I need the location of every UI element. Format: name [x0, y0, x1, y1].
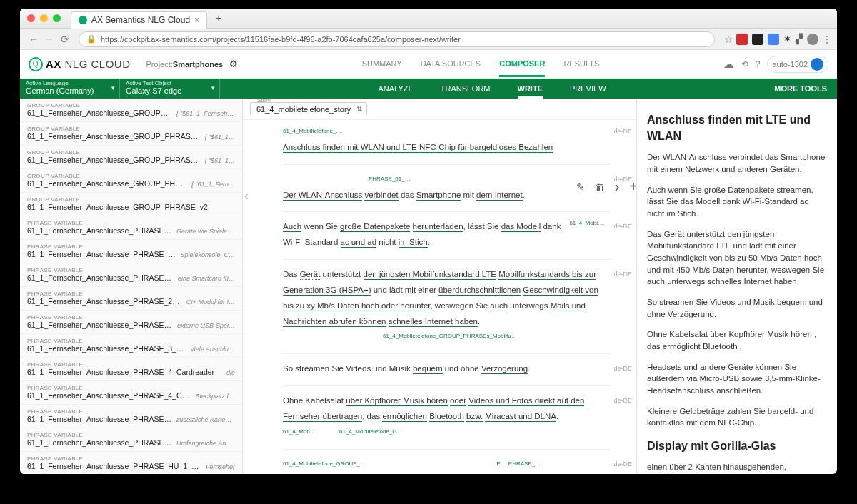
- preview-paragraph: Ohne Kabelsalat über Kopfhörer Musik hör…: [647, 328, 827, 352]
- back-button[interactable]: ←: [26, 34, 41, 45]
- favicon-icon: [79, 16, 87, 24]
- help-icon[interactable]: ?: [756, 59, 761, 69]
- sidebar-item[interactable]: PHRASE VARIABLE61_1_Fernseher_Anschluess…: [20, 428, 242, 452]
- sidebar-item-preview: Spielekonsole, C…: [180, 251, 235, 258]
- editor[interactable]: ‹ ✎ 🗑 › + de-DE 61_4_Mobiltelefone_… Ans…: [243, 120, 636, 474]
- url-bar: ← → ⟳ 🔒 https://cockpit.ax-semantics.com…: [20, 29, 837, 50]
- sidebar-item-category: PHRASE VARIABLE: [27, 455, 201, 462]
- minimize-window[interactable]: [40, 14, 48, 22]
- nav-summary[interactable]: SUMMARY: [362, 59, 402, 69]
- logo-text: NLG CLOUD: [61, 58, 131, 70]
- logo[interactable]: Q AX NLG CLOUD: [29, 57, 131, 71]
- sidebar-item-name: 61_1_Fernseher_Anschluesse_PHRASE_5_Alt_…: [27, 438, 172, 447]
- chevron-down-icon: ▾: [111, 84, 115, 91]
- preview-heading: Display mit Gorilla-Glas: [647, 438, 827, 454]
- extension-icon[interactable]: [736, 34, 748, 45]
- annotation: 61_4_Mobiltelefone_GROUP_…: [283, 460, 366, 467]
- subnav-analyze[interactable]: ANALYZE: [379, 84, 414, 93]
- sidebar-item[interactable]: GROUP VARIABLE61_1_Fernseher_Anschluesse…: [20, 146, 242, 169]
- extension-icon[interactable]: [752, 34, 763, 45]
- story-block[interactable]: de-DE 61_4_Mobiltelefone_GROUP_… P… PHRA…: [283, 457, 611, 474]
- sidebar-item-category: PHRASE VARIABLE: [27, 314, 173, 321]
- story-block[interactable]: de-DE PHRASE_61_… Der WLAN-Anschluss ver…: [283, 172, 611, 203]
- cloud-icon[interactable]: ☁: [723, 58, 734, 71]
- extension-icon[interactable]: ▞: [796, 34, 803, 44]
- sidebar-item[interactable]: GROUP VARIABLE61_1_Fernseher_Anschluesse…: [20, 169, 242, 193]
- sidebar-item[interactable]: PHRASE VARIABLE61_1_Fernseher_Anschluess…: [20, 405, 242, 428]
- tab-title: AX Semantics NLG Cloud: [91, 15, 190, 25]
- sidebar-item[interactable]: PHRASE VARIABLE61_1_Fernseher_Anschluess…: [20, 334, 242, 358]
- more-tools-button[interactable]: MORE TOOLS: [764, 84, 837, 93]
- preview-paragraph: Kleinere Geldbeträge zahlen Sie bargeld-…: [647, 405, 827, 429]
- language-value: German (Germany): [26, 86, 111, 96]
- test-object-selector[interactable]: Active Test Object Galaxy S7 edge ▾: [120, 79, 220, 99]
- browser-tab[interactable]: AX Semantics NLG Cloud ×: [71, 11, 207, 29]
- language-selector[interactable]: Active Language German (Germany) ▾: [20, 79, 120, 99]
- profile-icon[interactable]: [807, 34, 818, 45]
- sidebar-item-name: 61_1_Fernseher_Anschluesse_GROUP_PHRASE: [27, 109, 172, 117]
- menu-icon[interactable]: ⋮: [823, 34, 831, 44]
- subnav-transform[interactable]: TRANSFORM: [441, 84, 491, 93]
- lock-icon: 🔒: [86, 34, 96, 44]
- prev-page-icon[interactable]: ‹: [244, 188, 249, 203]
- sidebar[interactable]: GROUP VARIABLE61_1_Fernseher_Anschluesse…: [20, 99, 243, 474]
- story-selector[interactable]: 61_4_mobiletelefone_story: [250, 102, 367, 116]
- nav-composer[interactable]: COMPOSER: [499, 59, 545, 77]
- annotation: 61_4_Mob…: [283, 428, 316, 435]
- address-field[interactable]: 🔒 https://cockpit.ax-semantics.com/proje…: [79, 31, 715, 47]
- sidebar-item-preview: die: [226, 369, 235, 376]
- sidebar-item-name: 61_1_Fernseher_Anschluesse_PHRASE_5_Alt: [27, 415, 172, 423]
- sidebar-item-category: GROUP VARIABLE: [27, 149, 201, 156]
- story-block[interactable]: de-DE 61_4_Mobiltelefone_… Anschluss fin…: [283, 124, 611, 156]
- sidebar-item-preview: externe USB-Spei…: [177, 322, 235, 329]
- gear-icon[interactable]: ⚙: [229, 59, 238, 69]
- sidebar-item-preview: CI+ Modul für I…: [186, 298, 235, 306]
- new-tab-button[interactable]: +: [211, 12, 226, 25]
- sidebar-item[interactable]: PHRASE VARIABLE61_1_Fernseher_Anschluess…: [20, 311, 242, 334]
- top-nav: SUMMARY DATA SOURCES COMPOSER RESULTS: [362, 59, 600, 69]
- project-name: Smartphones: [173, 60, 223, 69]
- sidebar-item[interactable]: GROUP VARIABLE61_1_Fernseher_Anschluesse…: [20, 99, 242, 122]
- story-block[interactable]: de-DE Das Gerät unterstützt den jüngsten…: [283, 267, 611, 345]
- preview-paragraph: So streamen Sie Videos und Musik bequem …: [647, 296, 827, 320]
- sidebar-item-category: GROUP VARIABLE: [27, 173, 187, 179]
- subnav-preview[interactable]: PREVIEW: [570, 84, 606, 93]
- context-bar: Active Language German (Germany) ▾ Activ…: [20, 79, 837, 99]
- sidebar-item[interactable]: PHRASE VARIABLE61_1_Fernseher_Anschluess…: [20, 287, 242, 311]
- project-indicator[interactable]: Project:Smartphones ⚙: [146, 59, 239, 69]
- subnav-write[interactable]: WRITE: [518, 84, 543, 99]
- maximize-window[interactable]: [53, 14, 61, 22]
- sidebar-item[interactable]: PHRASE VARIABLE61_1_Fernseher_Anschluess…: [20, 263, 242, 287]
- extension-icon[interactable]: ✶: [783, 34, 791, 44]
- extension-icon[interactable]: [768, 34, 779, 45]
- reload-button[interactable]: ⟳: [57, 34, 73, 45]
- sidebar-item-preview: Fernseher: [206, 463, 235, 470]
- sidebar-item-category: GROUP VARIABLE: [27, 196, 231, 203]
- story-block[interactable]: de-DE Ohne Kabelsalat über Kopfhörer Mus…: [283, 393, 611, 440]
- sidebar-item[interactable]: PHRASE VARIABLE61_1_Fernseher_Anschluess…: [20, 381, 242, 405]
- preview-pane[interactable]: Anschluss finden mit LTE und WLAN Der WL…: [637, 99, 837, 474]
- refresh-icon[interactable]: ⟲: [741, 59, 748, 69]
- url-text: https://cockpit.ax-semantics.com/project…: [101, 35, 461, 44]
- sidebar-item[interactable]: PHRASE VARIABLE61_1_Fernseher_Anschluess…: [20, 452, 242, 474]
- story-block[interactable]: de-DE So streamen Sie Videos und Musik b…: [283, 361, 611, 377]
- sidebar-item-category: PHRASE VARIABLE: [27, 385, 191, 391]
- user-chip[interactable]: auto-1302: [767, 56, 828, 73]
- story-block[interactable]: de-DE 61_4_Mobi… Auch wenn Sie große Dat…: [283, 219, 611, 251]
- sidebar-item[interactable]: PHRASE VARIABLE61_1_Fernseher_Anschluess…: [20, 358, 242, 381]
- sidebar-item[interactable]: GROUP VARIABLE61_1_Fernseher_Anschluesse…: [20, 193, 242, 216]
- sidebar-item-name: 61_1_Fernseher_Anschluesse_PHRASE_1_HDMI: [27, 226, 172, 235]
- nav-results[interactable]: RESULTS: [563, 59, 599, 69]
- bookmark-icon[interactable]: ☆: [721, 34, 736, 45]
- sidebar-item[interactable]: PHRASE VARIABLE61_1_Fernseher_Anschluess…: [20, 216, 242, 240]
- sidebar-item[interactable]: PHRASE VARIABLE61_1_Fernseher_Anschluess…: [20, 240, 242, 263]
- nav-data-sources[interactable]: DATA SOURCES: [421, 59, 481, 69]
- forward-button[interactable]: →: [41, 34, 57, 45]
- close-window[interactable]: [27, 14, 35, 22]
- phrase[interactable]: Anschluss finden mit WLAN und LTE NFC-Ch…: [283, 143, 553, 153]
- close-tab-icon[interactable]: ×: [194, 15, 199, 25]
- test-object-value: Galaxy S7 edge: [126, 86, 211, 96]
- sidebar-item[interactable]: GROUP VARIABLE61_1_Fernseher_Anschluesse…: [20, 122, 242, 146]
- annotation: 61_4_Mobiltelefone_G…: [339, 428, 403, 435]
- sidebar-item-name: 61_1_Fernseher_Anschluesse_GROUP_PHRASE_…: [27, 179, 187, 188]
